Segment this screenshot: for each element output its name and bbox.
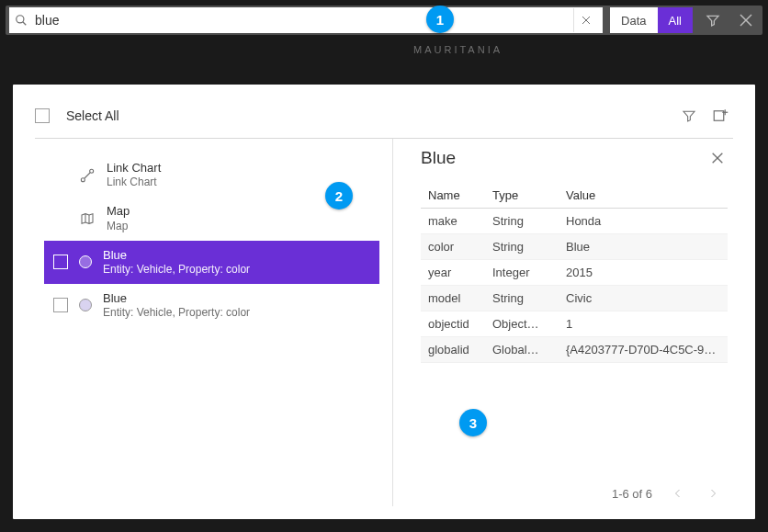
results-list: Link Chart Link Chart Map Map: [35, 139, 393, 506]
panel-filter-button[interactable]: [676, 103, 702, 129]
cell-value: {A4203777-D70D-4C5C-9A65-C…: [559, 337, 728, 363]
col-header-value: Value: [559, 183, 728, 209]
svg-point-0: [17, 16, 24, 23]
toggle-data[interactable]: Data: [610, 7, 657, 33]
detail-header: Blue: [421, 148, 728, 168]
cell-value: Civic: [559, 286, 728, 311]
result-subtitle: Link Chart: [107, 175, 161, 189]
top-bar: Data All: [6, 6, 762, 35]
search-icon: [15, 14, 28, 27]
cell-name: color: [421, 234, 485, 260]
close-search-button[interactable]: [733, 7, 759, 33]
filter-button[interactable]: [700, 7, 726, 33]
cell-value: 1: [559, 311, 728, 337]
cell-value: 2015: [559, 260, 728, 286]
entity-icon: [79, 255, 92, 268]
svg-point-10: [90, 169, 94, 173]
cell-type: String: [485, 234, 559, 260]
cell-name: globalid: [421, 337, 485, 363]
map-icon: [79, 210, 96, 227]
select-all-checkbox[interactable]: [35, 108, 50, 123]
cell-type: String: [485, 209, 559, 234]
result-entity-blue-1[interactable]: Blue Entity: Vehicle, Property: color: [44, 241, 379, 284]
cell-name: objectid: [421, 311, 485, 337]
result-checkbox[interactable]: [53, 255, 68, 269]
search-field[interactable]: [9, 7, 603, 33]
select-all-label: Select All: [66, 108, 119, 123]
result-title: Map: [107, 204, 130, 219]
detail-title: Blue: [421, 148, 456, 168]
cell-type: Global…: [485, 337, 559, 363]
results-panel: Select All Link Chart Link Chart: [13, 85, 755, 519]
svg-rect-6: [714, 111, 724, 121]
pager: 1-6 of 6: [421, 475, 728, 506]
cell-type: Object…: [485, 311, 559, 337]
result-subtitle: Entity: Vehicle, Property: color: [103, 306, 250, 320]
col-header-type: Type: [485, 183, 559, 209]
link-chart-icon: [79, 167, 96, 184]
svg-point-9: [81, 177, 85, 181]
properties-table: Name Type Value makeStringHonda colorStr…: [421, 183, 728, 363]
result-map[interactable]: Map Map: [44, 197, 379, 240]
svg-line-11: [85, 173, 90, 178]
result-link-chart[interactable]: Link Chart Link Chart: [44, 153, 379, 197]
table-row: yearInteger2015: [421, 260, 728, 286]
table-row: makeStringHonda: [421, 209, 728, 234]
clear-search-button[interactable]: [573, 8, 597, 32]
detail-pane: Blue Name Type Value makeStringHonda col…: [393, 139, 733, 506]
table-row: globalidGlobal…{A4203777-D70D-4C5C-9A65-…: [421, 337, 728, 363]
result-title: Blue: [103, 291, 250, 306]
result-title: Link Chart: [107, 161, 161, 175]
search-input[interactable]: [28, 13, 573, 28]
result-subtitle: Entity: Vehicle, Property: color: [103, 263, 250, 277]
result-subtitle: Map: [107, 220, 130, 233]
toggle-all[interactable]: All: [658, 7, 693, 33]
close-detail-button[interactable]: [707, 148, 728, 168]
result-entity-blue-2[interactable]: Blue Entity: Vehicle, Property: color: [44, 284, 379, 327]
entity-icon: [79, 299, 92, 311]
pager-text: 1-6 of 6: [612, 487, 652, 501]
col-header-name: Name: [421, 183, 485, 209]
table-row: objectidObject…1: [421, 311, 728, 337]
svg-line-1: [23, 22, 27, 26]
pager-prev-button[interactable]: [669, 484, 687, 503]
cell-name: make: [421, 209, 485, 234]
result-checkbox[interactable]: [53, 298, 68, 312]
cell-type: Integer: [485, 260, 559, 286]
result-title: Blue: [103, 248, 250, 263]
panel-header: Select All: [35, 97, 733, 134]
cell-name: model: [421, 286, 485, 311]
pager-next-button[interactable]: [704, 484, 722, 503]
cell-type: String: [485, 286, 559, 311]
panel-body: Link Chart Link Chart Map Map: [35, 139, 733, 506]
table-row: colorStringBlue: [421, 234, 728, 260]
cell-value: Honda: [559, 209, 728, 234]
scope-toggle: Data All: [610, 7, 693, 33]
add-to-view-button[interactable]: [707, 103, 733, 129]
cell-name: year: [421, 260, 485, 286]
map-background-label: MAURITANIA: [413, 44, 503, 55]
cell-value: Blue: [559, 234, 728, 260]
table-row: modelStringCivic: [421, 286, 728, 311]
